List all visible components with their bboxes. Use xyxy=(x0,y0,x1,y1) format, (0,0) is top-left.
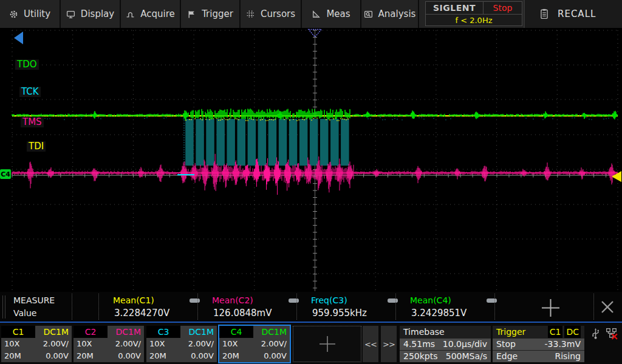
channel-coupling: DC1M xyxy=(253,326,290,338)
channel-box-c2[interactable]: C2 DC1M 10X 2.00V/ 20M 0.00V xyxy=(73,326,144,362)
channel-name: C2 xyxy=(73,326,108,338)
channel-box-c3[interactable]: C3 DC1M 10X 2.00V/ 20M 0.00V xyxy=(146,326,217,362)
flag-icon xyxy=(187,10,196,19)
menu-display-label: Display xyxy=(81,8,114,19)
waveform-display xyxy=(0,28,622,292)
menu-utility-label: Utility xyxy=(24,8,50,19)
run-state[interactable]: Stop xyxy=(484,2,522,14)
panel-grip[interactable] xyxy=(2,295,3,318)
probe-atten: 10X xyxy=(222,338,238,350)
trigger-level: -33.3mV xyxy=(545,339,581,350)
menu-analysis[interactable]: Analysis xyxy=(361,0,419,28)
gear-icon xyxy=(9,10,18,19)
probe-atten: 10X xyxy=(77,338,92,350)
trigger-box[interactable]: Trigger C1 DC Stop -33.3mV Edge Rising xyxy=(493,326,584,362)
bottom-bar: C1 DC1M 10X 2.00V/ 20M 0.00V C2 DC1M 10X… xyxy=(0,323,622,364)
waveform-area: TDO TCK TMS TDI C4 xyxy=(0,28,622,292)
scroll-left-button[interactable]: << xyxy=(363,326,378,362)
menu-acquire[interactable]: Acquire xyxy=(121,0,181,28)
menu-cursors-label: Cursors xyxy=(261,8,295,19)
menu-meas[interactable]: Meas xyxy=(302,0,361,28)
channel-coupling: DC1M xyxy=(180,326,217,338)
menu-utility[interactable]: Utility xyxy=(0,0,61,28)
trigger-state: Stop xyxy=(496,339,516,350)
trigger-source: C1 xyxy=(548,326,563,338)
horizontal-ref-marker xyxy=(14,32,23,44)
channel-name: C1 xyxy=(1,326,35,338)
trigger-type: Edge xyxy=(496,351,518,362)
measure-value-1: 126.0848mV xyxy=(213,308,272,318)
probe-atten: 10X xyxy=(4,338,19,350)
menu-trigger[interactable]: Trigger xyxy=(181,0,241,28)
usb-icon xyxy=(590,328,601,340)
lan-disconnected-icon xyxy=(606,328,618,340)
measure-stat-mean-c4: Mean(C4) 3.2429851V xyxy=(395,292,494,322)
menu-display[interactable]: Display xyxy=(61,0,121,28)
timebase-scale: 10.0µs/div xyxy=(443,339,487,350)
probe-atten: 10X xyxy=(149,338,165,350)
status-box: SIGLENT Stop f < 2.0Hz xyxy=(425,1,522,26)
channel-name: C4 xyxy=(219,326,253,338)
measure-stat-freq-c3: Freq(C3) 959.955kHz xyxy=(296,292,395,322)
measure-label-0: Mean(C1) xyxy=(113,295,154,305)
remove-measure-button[interactable] xyxy=(487,298,497,303)
brand-logo: SIGLENT xyxy=(426,2,484,14)
trigger-slope: Rising xyxy=(555,351,581,362)
timebase-box[interactable]: Timebase 4.51ms 10.0µs/div 250kpts 500MS… xyxy=(400,326,491,362)
recall-label: RECALL xyxy=(558,8,596,19)
channel-box-c4[interactable]: C4 DC1M 10X 2.00V/ 20M 0.00V xyxy=(219,326,290,362)
volt-scale: 2.00V/ xyxy=(115,338,141,350)
measure-stat-mean-c2: Mean(C2) 126.0848mV xyxy=(197,292,296,322)
menu-trigger-label: Trigger xyxy=(202,8,233,19)
measure-label-3: Mean(C4) xyxy=(410,295,451,305)
measure-title: MEASURE xyxy=(13,295,55,305)
measure-value-3: 3.2429851V xyxy=(411,308,466,318)
wave-label-tdo: TDO xyxy=(15,59,39,70)
offset: 0.00V xyxy=(118,350,141,362)
channel-coupling: DC1M xyxy=(108,326,144,338)
measure-label-1: Mean(C2) xyxy=(212,295,253,305)
column-separator xyxy=(296,294,297,320)
offset: 0.00V xyxy=(46,350,69,362)
trigger-frequency: f < 2.0Hz xyxy=(426,15,522,26)
channel-box-c1[interactable]: C1 DC1M 10X 2.00V/ 20M 0.00V xyxy=(1,326,72,362)
menu-cursors[interactable]: Cursors xyxy=(241,0,302,28)
timebase-delay: 4.51ms xyxy=(403,339,435,350)
timebase-samplerate: 500MSa/s xyxy=(446,351,487,362)
volt-scale: 2.00V/ xyxy=(188,338,214,350)
column-separator xyxy=(72,294,72,320)
panel-grip[interactable] xyxy=(5,295,5,318)
measure-value-0: 3.2284270V xyxy=(114,308,169,318)
bandwidth: 20M xyxy=(4,350,21,362)
column-separator xyxy=(494,294,495,320)
cursors-icon xyxy=(246,10,255,19)
measure-panel: MEASURE Value Mean(C1) 3.2284270V Mean(C… xyxy=(0,292,622,322)
close-icon[interactable] xyxy=(600,300,615,314)
channel-offset-marker-c4[interactable]: C4 xyxy=(0,169,11,179)
bandwidth: 20M xyxy=(222,350,239,362)
top-menu-bar: Utility Display Acquire Trigger Cursors xyxy=(0,0,622,28)
channel-name: C3 xyxy=(146,326,180,338)
bandwidth: 20M xyxy=(77,350,94,362)
magnifier-icon xyxy=(364,10,373,19)
wave-label-tck: TCK xyxy=(19,87,41,97)
column-separator xyxy=(197,294,198,320)
menu-acquire-label: Acquire xyxy=(140,8,175,19)
acquire-icon xyxy=(126,10,135,19)
offset: 0.00V xyxy=(264,350,287,362)
recall-button[interactable]: RECALL xyxy=(524,0,622,28)
offset: 0.00V xyxy=(191,350,214,362)
add-measure-icon[interactable] xyxy=(541,298,561,318)
trigger-title: Trigger xyxy=(496,326,525,338)
wave-label-tms: TMS xyxy=(21,117,44,127)
scroll-right-button[interactable]: >> xyxy=(381,326,397,362)
menu-meas-label: Meas xyxy=(326,8,350,19)
column-separator xyxy=(593,294,594,320)
measure-value-2: 959.955kHz xyxy=(312,308,367,318)
clipboard-icon xyxy=(539,8,549,19)
volt-scale: 2.00V/ xyxy=(43,338,69,350)
add-channel-box[interactable] xyxy=(293,326,361,362)
measure-stat-mean-c1: Mean(C1) 3.2284270V xyxy=(98,292,197,322)
add-channel-icon xyxy=(318,335,337,353)
channel-coupling: DC1M xyxy=(35,326,72,338)
